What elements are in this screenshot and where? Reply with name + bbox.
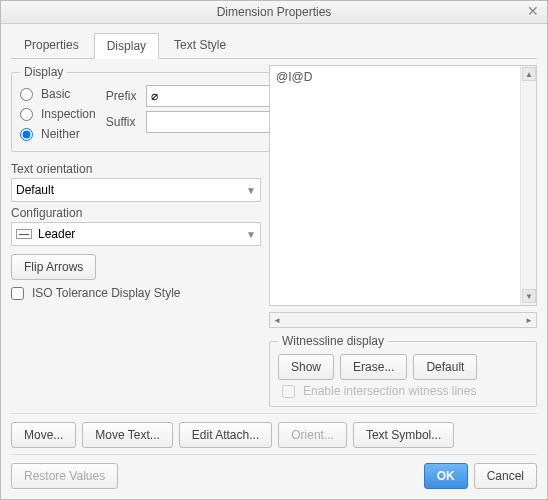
radio-basic[interactable]: Basic [20,87,96,101]
dialog-window: Dimension Properties ✕ Properties Displa… [0,0,548,500]
move-label: Move... [24,428,63,442]
text-symbol-label: Text Symbol... [366,428,441,442]
configuration-label: Configuration [11,206,261,220]
enable-intersection-checkbox: Enable intersection witness lines [282,384,528,398]
iso-tolerance-input[interactable] [11,287,24,300]
preview-text: @I@D [276,70,312,84]
cancel-label: Cancel [487,469,524,483]
left-column: Display Basic Inspection [11,65,261,413]
suffix-label: Suffix [106,115,142,129]
display-legend: Display [20,65,67,79]
erase-button[interactable]: Erase... [340,354,407,380]
chevron-down-icon: ▼ [246,185,256,196]
edit-attach-label: Edit Attach... [192,428,259,442]
radio-basic-input[interactable] [20,88,33,101]
flip-arrows-label: Flip Arrows [24,260,83,274]
text-orientation-value: Default [16,183,54,197]
cancel-button[interactable]: Cancel [474,463,537,489]
radio-inspection[interactable]: Inspection [20,107,96,121]
tab-display[interactable]: Display [94,33,159,59]
enable-intersection-label: Enable intersection witness lines [303,384,476,398]
scroll-left-icon[interactable]: ◄ [270,313,284,327]
tab-display-label: Display [107,39,146,53]
tab-text-style[interactable]: Text Style [161,32,239,58]
erase-label: Erase... [353,360,394,374]
text-symbol-button[interactable]: Text Symbol... [353,422,454,448]
witnessline-group: Witnessline display Show Erase... Defaul… [269,334,537,407]
text-orientation-label: Text orientation [11,162,261,176]
configuration-combo[interactable]: Leader ▼ [11,222,261,246]
preview-pane: @I@D ▲ ▼ [269,65,537,306]
orient-label: Orient... [291,428,334,442]
scroll-right-icon[interactable]: ► [522,313,536,327]
iso-tolerance-checkbox[interactable]: ISO Tolerance Display Style [11,286,261,300]
tab-properties[interactable]: Properties [11,32,92,58]
horizontal-scrollbar[interactable]: ◄ ► [269,312,537,328]
scroll-up-icon[interactable]: ▲ [522,67,536,81]
move-button[interactable]: Move... [11,422,76,448]
radio-neither[interactable]: Neither [20,127,96,141]
ok-button[interactable]: OK [424,463,468,489]
iso-tolerance-label: ISO Tolerance Display Style [32,286,181,300]
radio-inspection-input[interactable] [20,108,33,121]
edit-attach-button[interactable]: Edit Attach... [179,422,272,448]
configuration-value: Leader [38,227,75,241]
tab-properties-label: Properties [24,38,79,52]
leader-icon [16,229,32,239]
ok-label: OK [437,469,455,483]
titlebar: Dimension Properties ✕ [1,1,547,24]
show-button[interactable]: Show [278,354,334,380]
prefix-label: Prefix [106,89,142,103]
radio-neither-input[interactable] [20,128,33,141]
close-icon[interactable]: ✕ [527,3,539,19]
action-row: Move... Move Text... Edit Attach... Orie… [11,413,537,454]
tab-content: Display Basic Inspection [11,59,537,413]
radio-inspection-label: Inspection [41,107,96,121]
radio-basic-label: Basic [41,87,70,101]
witnessline-legend: Witnessline display [278,334,388,348]
dialog-footer: Restore Values OK Cancel [11,454,537,493]
vertical-scrollbar[interactable]: ▲ ▼ [520,66,536,305]
scroll-down-icon[interactable]: ▼ [522,289,536,303]
orient-button: Orient... [278,422,347,448]
chevron-down-icon: ▼ [246,229,256,240]
tab-text-style-label: Text Style [174,38,226,52]
enable-intersection-input [282,385,295,398]
move-text-button[interactable]: Move Text... [82,422,172,448]
default-button[interactable]: Default [413,354,477,380]
right-column: @I@D ▲ ▼ ◄ ► Witnessline display Show Er… [269,65,537,413]
text-orientation-combo[interactable]: Default ▼ [11,178,261,202]
restore-values-button: Restore Values [11,463,118,489]
move-text-label: Move Text... [95,428,159,442]
window-title: Dimension Properties [217,5,332,19]
default-label: Default [426,360,464,374]
dialog-body: Properties Display Text Style Display Ba… [1,24,547,499]
show-label: Show [291,360,321,374]
flip-arrows-button[interactable]: Flip Arrows [11,254,96,280]
tab-bar: Properties Display Text Style [11,32,537,59]
radio-neither-label: Neither [41,127,80,141]
restore-values-label: Restore Values [24,469,105,483]
